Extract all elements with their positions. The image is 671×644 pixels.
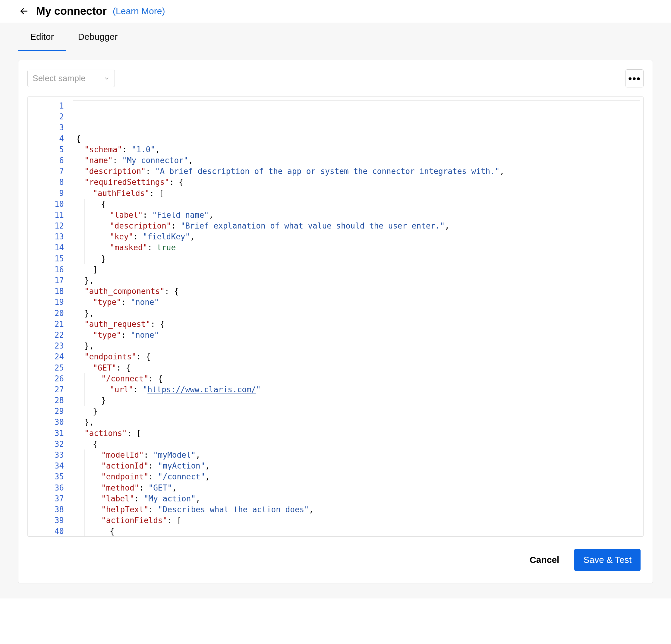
code-line[interactable]: "method": "GET", bbox=[76, 482, 640, 493]
line-number: 11 bbox=[31, 210, 64, 220]
line-number: 19 bbox=[31, 297, 64, 307]
line-number: 40 bbox=[31, 526, 64, 537]
code-line[interactable]: "endpoint": "/connect", bbox=[76, 471, 640, 482]
more-dots-icon: ••• bbox=[628, 73, 641, 85]
code-line[interactable]: "url": "https://www.claris.com/" bbox=[76, 384, 640, 395]
line-number: 5 bbox=[31, 144, 64, 155]
code-line[interactable]: }, bbox=[76, 340, 640, 351]
code-line[interactable]: ] bbox=[76, 264, 640, 275]
line-number: 36 bbox=[31, 482, 64, 493]
editor-card: Select sample ••• 1234567891011121314151… bbox=[18, 60, 653, 583]
code-line[interactable]: "key": "fieldKey", bbox=[76, 231, 640, 242]
code-line[interactable]: { bbox=[76, 439, 640, 450]
editor-toolbar: Select sample ••• bbox=[27, 70, 644, 87]
code-line[interactable]: { bbox=[76, 526, 640, 536]
line-number: 39 bbox=[31, 515, 64, 526]
code-line[interactable]: "helpText": "Describes what the action d… bbox=[76, 504, 640, 515]
code-line[interactable]: "actionId": "myAction", bbox=[76, 460, 640, 471]
line-number: 23 bbox=[31, 340, 64, 351]
line-number: 27 bbox=[31, 384, 64, 395]
header-bar: My connector (Learn More) bbox=[0, 0, 671, 23]
code-line[interactable]: "schema": "1.0", bbox=[76, 144, 640, 155]
code-content[interactable]: {"schema": "1.0","name": "My connector",… bbox=[73, 97, 643, 536]
line-number: 20 bbox=[31, 308, 64, 319]
line-number: 8 bbox=[31, 177, 64, 188]
code-line[interactable]: } bbox=[76, 406, 640, 417]
code-line[interactable]: "label": "My action", bbox=[76, 493, 640, 504]
line-number: 34 bbox=[31, 460, 64, 471]
line-number: 13 bbox=[31, 231, 64, 242]
line-number: 4 bbox=[31, 133, 64, 144]
code-line[interactable]: "label": "Field name", bbox=[76, 210, 640, 220]
code-line[interactable]: "modelId": "myModel", bbox=[76, 450, 640, 460]
back-arrow-button[interactable] bbox=[18, 5, 30, 17]
code-line[interactable]: "auth_request": { bbox=[76, 319, 640, 330]
line-number: 14 bbox=[31, 242, 64, 253]
code-line[interactable]: "/connect": { bbox=[76, 373, 640, 384]
more-actions-button[interactable]: ••• bbox=[625, 70, 644, 87]
code-line[interactable]: }, bbox=[76, 275, 640, 286]
code-line[interactable]: "description": "A brief description of t… bbox=[76, 166, 640, 177]
code-line[interactable]: "masked": true bbox=[76, 242, 640, 253]
code-line[interactable]: { bbox=[76, 133, 640, 144]
line-number: 12 bbox=[31, 220, 64, 231]
code-line[interactable]: } bbox=[76, 395, 640, 406]
code-line[interactable]: "auth_components": { bbox=[76, 286, 640, 297]
code-line[interactable]: "GET": { bbox=[76, 363, 640, 373]
line-number: 15 bbox=[31, 253, 64, 264]
line-number: 25 bbox=[31, 363, 64, 373]
code-line[interactable]: "authFields": [ bbox=[76, 188, 640, 199]
line-number: 18 bbox=[31, 286, 64, 297]
line-number: 33 bbox=[31, 450, 64, 460]
chevron-down-icon bbox=[104, 75, 110, 81]
line-number: 3 bbox=[31, 122, 64, 133]
arrow-left-icon bbox=[19, 6, 29, 16]
save-test-button[interactable]: Save & Test bbox=[574, 549, 641, 571]
code-editor[interactable]: 1234567891011121314151617181920212223242… bbox=[27, 97, 644, 537]
active-line-highlight bbox=[73, 100, 640, 111]
line-number: 1 bbox=[31, 100, 64, 111]
learn-more-link[interactable]: (Learn More) bbox=[113, 6, 165, 16]
line-number: 29 bbox=[31, 406, 64, 417]
code-line[interactable]: } bbox=[76, 253, 640, 264]
line-number: 17 bbox=[31, 275, 64, 286]
tabs-container: Editor Debugger Select sample ••• 123456… bbox=[0, 23, 671, 598]
code-line[interactable]: { bbox=[76, 199, 640, 210]
code-line[interactable]: "requiredSettings": { bbox=[76, 177, 640, 188]
code-line[interactable]: }, bbox=[76, 417, 640, 428]
code-line[interactable]: "type": "none" bbox=[76, 297, 640, 307]
line-number: 31 bbox=[31, 428, 64, 439]
line-number: 6 bbox=[31, 155, 64, 166]
line-number: 21 bbox=[31, 319, 64, 330]
line-number: 24 bbox=[31, 351, 64, 362]
line-number: 37 bbox=[31, 493, 64, 504]
cancel-button[interactable]: Cancel bbox=[527, 550, 562, 570]
card-footer: Cancel Save & Test bbox=[27, 537, 644, 574]
code-line[interactable]: "type": "none" bbox=[76, 330, 640, 340]
line-number: 28 bbox=[31, 395, 64, 406]
line-number: 2 bbox=[31, 111, 64, 122]
code-line[interactable]: "name": "My connector", bbox=[76, 155, 640, 166]
code-line[interactable]: "description": "Brief explanation of wha… bbox=[76, 220, 640, 231]
line-number: 9 bbox=[31, 188, 64, 199]
line-gutter: 1234567891011121314151617181920212223242… bbox=[28, 97, 73, 536]
line-number: 38 bbox=[31, 504, 64, 515]
line-number: 10 bbox=[31, 199, 64, 210]
line-number: 30 bbox=[31, 417, 64, 428]
line-number: 32 bbox=[31, 439, 64, 450]
code-line[interactable]: }, bbox=[76, 308, 640, 319]
line-number: 35 bbox=[31, 471, 64, 482]
line-number: 7 bbox=[31, 166, 64, 177]
code-line[interactable]: "actions": [ bbox=[76, 428, 640, 439]
select-sample-placeholder: Select sample bbox=[33, 74, 86, 83]
code-line[interactable]: "actionFields": [ bbox=[76, 515, 640, 526]
content-area: Select sample ••• 1234567891011121314151… bbox=[0, 51, 671, 598]
line-number: 26 bbox=[31, 373, 64, 384]
page-title: My connector bbox=[36, 5, 107, 17]
tab-debugger[interactable]: Debugger bbox=[66, 23, 130, 51]
line-number: 16 bbox=[31, 264, 64, 275]
code-line[interactable]: "endpoints": { bbox=[76, 351, 640, 362]
line-number: 22 bbox=[31, 330, 64, 340]
select-sample-dropdown[interactable]: Select sample bbox=[27, 70, 115, 87]
tab-editor[interactable]: Editor bbox=[18, 23, 66, 51]
